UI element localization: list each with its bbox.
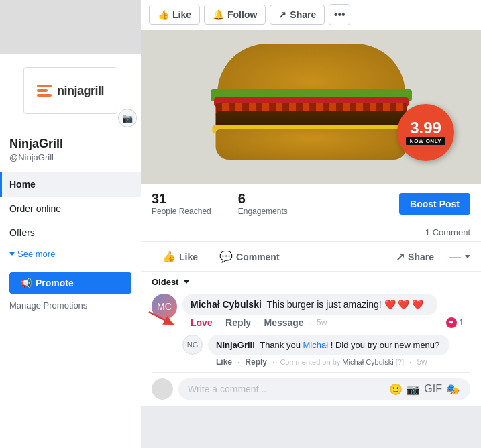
megaphone-icon: 📢 bbox=[20, 278, 32, 288]
edit-profile-photo-button[interactable]: 📷 bbox=[118, 109, 137, 127]
share-icon: ↗ bbox=[278, 9, 286, 20]
stats-bar: 31 People Reached 6 Engagements Boost Po… bbox=[141, 184, 481, 223]
replier-avatar: NG bbox=[182, 335, 203, 355]
reaction-count: ❤ 1 bbox=[446, 317, 464, 328]
message-action[interactable]: Message bbox=[264, 317, 304, 328]
reply-actions: Like · Reply · Commented on by Michał Cy… bbox=[208, 355, 470, 367]
sidebar-item-order-online[interactable]: Order online bbox=[0, 197, 141, 221]
write-comment-area: 🙂 📷 GIF 🎭 bbox=[152, 372, 470, 406]
reply-like-action[interactable]: Like bbox=[216, 357, 232, 367]
dash-icon: — bbox=[449, 249, 461, 264]
post-card: 3.99 NOW ONLY 31 People Reached 6 Engage… bbox=[141, 30, 481, 406]
brand-name: ninjagrill bbox=[57, 84, 104, 98]
price-amount: 3.99 bbox=[410, 120, 441, 136]
logo-box: ninjagrill bbox=[23, 67, 117, 114]
comment-time: 5w bbox=[317, 318, 327, 327]
gif-icon[interactable]: GIF bbox=[424, 383, 442, 396]
manage-promotions-link[interactable]: Manage Promotions bbox=[0, 298, 141, 313]
boost-post-button[interactable]: Boost Post bbox=[399, 193, 470, 215]
like-reaction-button[interactable]: 👍 Like bbox=[152, 245, 209, 268]
thumbs-up-reaction-icon: 👍 bbox=[162, 250, 176, 263]
reach-number: 31 bbox=[152, 191, 211, 207]
comment-input-icons: 🙂 📷 GIF 🎭 bbox=[389, 383, 465, 396]
comment-count: 1 Comment bbox=[425, 227, 470, 237]
share-reaction-icon: ↗ bbox=[396, 250, 405, 263]
now-only-text: NOW ONLY bbox=[410, 138, 441, 144]
emoji-icon[interactable]: 🙂 bbox=[389, 383, 403, 396]
promote-button[interactable]: 📢 Promote bbox=[9, 272, 131, 294]
share-divider: ↗ Share — bbox=[385, 245, 470, 268]
sidebar-nav: Home Order online Offers bbox=[0, 172, 141, 245]
engagement-label: Engagements bbox=[238, 207, 288, 216]
thumbs-up-icon: 👍 bbox=[158, 9, 169, 20]
reply-mention[interactable]: Michał bbox=[303, 340, 329, 350]
sidebar: ninjagrill 📷 NinjaGrill @NinjaGrill Home… bbox=[0, 0, 141, 448]
reply-text-after: ! Did you try our new menu? bbox=[331, 340, 440, 350]
comment-item: MC Michał Cybulski This burger is just a… bbox=[152, 290, 470, 332]
share-dropdown-arrow[interactable] bbox=[465, 255, 470, 258]
reaction-count-number: 1 bbox=[459, 318, 464, 327]
share-page-button[interactable]: ↗ Share bbox=[270, 5, 325, 25]
reply-sep3: · bbox=[409, 357, 411, 367]
main-content: 👍 Like 🔔 Follow ↗ Share ••• bbox=[141, 0, 481, 448]
page-handle: @NinjaGrill bbox=[0, 152, 141, 169]
post-image: 3.99 NOW ONLY bbox=[141, 30, 481, 184]
chevron-down-icon bbox=[9, 252, 15, 256]
camera-comment-icon[interactable]: 📷 bbox=[407, 383, 420, 396]
red-arrow-indicator bbox=[146, 309, 179, 331]
reply-content-area: NinjaGrill Thank you Michał ! Did you tr… bbox=[208, 335, 470, 367]
reply-sep2: · bbox=[272, 357, 274, 367]
reach-stat: 31 People Reached bbox=[152, 191, 211, 216]
reply-sep: · bbox=[237, 357, 239, 367]
sticker-icon[interactable]: 🎭 bbox=[446, 383, 460, 396]
reply-action[interactable]: Reply bbox=[225, 317, 251, 328]
comments-section: Oldest MC Michał Cybulski This burger is… bbox=[141, 272, 481, 406]
comment-bubble: Michał Cybulski This burger is just amaz… bbox=[182, 294, 437, 315]
brand-icon bbox=[37, 85, 52, 97]
svg-line-1 bbox=[149, 312, 174, 325]
reply-bubble: NinjaGrill Thank you Michał ! Did you tr… bbox=[208, 335, 449, 355]
love-action[interactable]: Love bbox=[191, 317, 213, 328]
price-badge: 3.99 NOW ONLY bbox=[397, 104, 454, 161]
action-separator-1: · bbox=[218, 318, 220, 327]
reply-time: 5w bbox=[417, 357, 427, 367]
reaction-bar: 👍 Like 💬 Comment ↗ Share — bbox=[141, 241, 481, 272]
replier-name[interactable]: NinjaGrill bbox=[216, 340, 255, 350]
comment-text: This burger is just amazing! ❤️ ❤️ ❤️ bbox=[266, 299, 423, 310]
bell-icon: 🔔 bbox=[213, 9, 224, 20]
comment-count-row: 1 Comment bbox=[141, 223, 481, 241]
current-user-avatar bbox=[152, 378, 173, 400]
cover-photo bbox=[0, 0, 141, 54]
sidebar-item-home[interactable]: Home bbox=[0, 172, 141, 197]
heart-reaction-badge: ❤ bbox=[446, 317, 457, 328]
engagement-stat: 6 Engagements bbox=[238, 191, 288, 216]
action-separator-2: · bbox=[256, 318, 258, 327]
follow-page-button[interactable]: 🔔 Follow bbox=[204, 5, 266, 25]
comment-input[interactable] bbox=[178, 378, 389, 400]
action-separator-3: · bbox=[309, 318, 311, 327]
comment-content-area: Michał Cybulski This burger is just amaz… bbox=[182, 294, 470, 328]
sort-row[interactable]: Oldest bbox=[152, 272, 470, 290]
reply-text-before: Thank you bbox=[260, 340, 303, 350]
more-options-button[interactable]: ••• bbox=[329, 4, 350, 25]
sidebar-item-offers[interactable]: Offers bbox=[0, 221, 141, 245]
top-action-bar: 👍 Like 🔔 Follow ↗ Share ••• bbox=[141, 0, 481, 30]
comment-input-wrapper: 🙂 📷 GIF 🎭 bbox=[178, 378, 470, 400]
see-more-nav[interactable]: See more bbox=[0, 245, 141, 266]
commenter-name[interactable]: Michał Cybulski bbox=[191, 299, 262, 310]
comment-reaction-button[interactable]: 💬 Comment bbox=[209, 245, 290, 268]
share-reaction-button[interactable]: ↗ Share bbox=[385, 245, 445, 268]
reach-label: People Reached bbox=[152, 207, 211, 216]
bun-bottom bbox=[215, 129, 407, 160]
page-name: NinjaGrill bbox=[0, 134, 141, 152]
like-page-button[interactable]: 👍 Like bbox=[149, 5, 200, 25]
sort-chevron-icon bbox=[184, 280, 189, 284]
engagement-number: 6 bbox=[238, 191, 288, 207]
reply-reply-action[interactable]: Reply bbox=[245, 357, 267, 367]
reply-comment: NG NinjaGrill Thank you Michał ! Did you… bbox=[152, 332, 470, 370]
reply-attributed: Commented on by Michał Cybulski [?] bbox=[280, 358, 404, 366]
now-only-box: NOW ONLY bbox=[406, 137, 445, 145]
comment-reaction-icon: 💬 bbox=[219, 250, 233, 263]
